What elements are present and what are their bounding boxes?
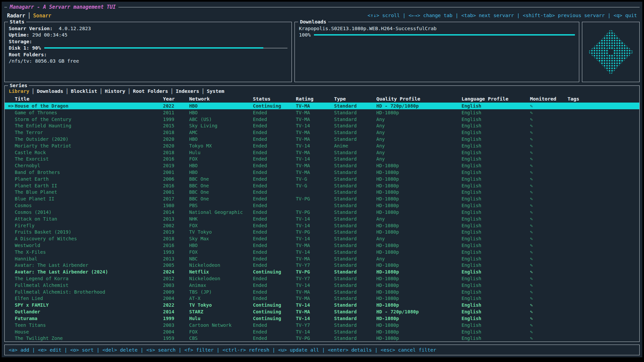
table-row[interactable]: Chernobyl2019HBOEndedTV-MAStandardHD-108… <box>5 162 639 169</box>
table-row[interactable]: A Discovery of Witches2018Sky MaxEndedTV… <box>5 235 639 242</box>
series-year: 2022 <box>163 103 189 109</box>
series-type: Standard <box>334 296 376 301</box>
table-row[interactable]: Westworld2016HBOEndedTV-MAStandardHD-108… <box>5 242 639 249</box>
column-header-status[interactable]: Status <box>253 96 296 102</box>
table-row[interactable]: Cosmos1980PBSEndedStandardHD-1080pEnglis… <box>5 202 639 209</box>
series-status: Continuing <box>253 316 296 321</box>
terminal-window: Managarr - A Servarr management TUI Rada… <box>2 2 642 357</box>
column-header-monitored[interactable]: Monitored <box>530 96 568 102</box>
column-header-language-profile[interactable]: Language Profile <box>462 96 530 102</box>
table-row[interactable]: The Twilight Zone1959CBSEndedTV-PGStanda… <box>5 335 639 342</box>
table-row[interactable]: The Legend of Korra2012NickelodeonEndedT… <box>5 275 639 282</box>
tab-radarr[interactable]: Radarr <box>7 13 25 19</box>
series-status: Ended <box>253 183 296 188</box>
title-rule <box>118 7 640 7</box>
table-row[interactable]: Band of Brothers2001HBOEndedTV-MAStandar… <box>5 169 639 176</box>
column-header-tags[interactable]: Tags <box>568 96 639 102</box>
servarr-tabs-row: Radarr│Sonarr <↑↓> scroll | <←→> change … <box>4 11 640 20</box>
monitored-icon: ✎ <box>530 276 568 281</box>
tab-blocklist[interactable]: Blocklist <box>71 88 97 94</box>
series-title: Firefly <box>15 223 163 228</box>
table-row[interactable]: The Enfield Haunting2015Sky LivingEndedT… <box>5 122 639 129</box>
series-type: Standard <box>334 256 376 261</box>
tab-indexers[interactable]: Indexers <box>176 88 199 94</box>
series-quality-profile: HD - 720p/1080p <box>376 103 462 109</box>
series-status: Ended <box>253 243 296 248</box>
table-row[interactable]: Cosmos (2014)2014National GeographicEnde… <box>5 209 639 216</box>
table-row[interactable]: =>House of the Dragon2022HBOContinuingTV… <box>5 103 639 109</box>
table-row[interactable]: Avatar: The Last Airbender (2024)2024Net… <box>5 268 639 275</box>
table-row[interactable]: The Exorcist2016FOXEndedTV-14StandardAny… <box>5 156 639 163</box>
table-row[interactable]: Fruits Basket (2019)2019TV TokyoEndedTV-… <box>5 229 639 235</box>
tab-system[interactable]: System <box>207 88 224 94</box>
series-rating: TV-PG <box>296 196 334 201</box>
series-rating: TV-14 <box>296 329 334 335</box>
column-header-quality-profile[interactable]: Quality Profile <box>376 96 462 102</box>
table-row[interactable]: The X-Files1993FOXEndedTV-14StandardHD-1… <box>5 249 639 255</box>
series-year: 2018 <box>163 130 189 135</box>
column-header-year[interactable]: Year <box>163 96 189 102</box>
series-title: Cosmos (2014) <box>15 209 163 215</box>
series-quality-profile: Any <box>376 156 462 162</box>
tab-downloads[interactable]: Downloads <box>37 88 63 94</box>
column-header-type[interactable]: Type <box>334 96 376 102</box>
series-year: 2014 <box>163 309 189 314</box>
series-year: 2024 <box>163 269 189 275</box>
series-type: Standard <box>334 156 376 162</box>
table-row[interactable]: Fullmetal Alchemist: Brotherhood2009TBS … <box>5 289 639 295</box>
table-row[interactable]: House2004FOXEndedTV-14StandardHD-1080pEn… <box>5 328 639 335</box>
table-header: TitleYearNetworkStatusRatingTypeQuality … <box>5 95 639 103</box>
series-year: 2011 <box>163 110 189 115</box>
series-status: Ended <box>253 123 296 128</box>
tab-root-folders[interactable]: Root Folders <box>133 88 168 94</box>
monitored-icon: ✎ <box>530 309 568 314</box>
table-row[interactable]: Avatar: The Last Airbender2005Nickelodeo… <box>5 262 639 269</box>
series-quality-profile: HD-1080p <box>376 203 462 208</box>
table-row[interactable]: The Terror2018AMCEndedTV-MAStandardAnyEn… <box>5 129 639 136</box>
table-row[interactable]: Hannibal2013NBCEndedTV-MAStandardAnyEngl… <box>5 255 639 262</box>
series-language-profile: English <box>462 163 530 168</box>
series-language-profile: English <box>462 243 530 248</box>
table-row[interactable]: Outlander2014STARZContinuingTV-MAStandar… <box>5 308 639 315</box>
monitored-icon: ✎ <box>530 262 568 268</box>
monitored-icon: ✎ <box>530 269 568 275</box>
table-row[interactable]: Futurama1999HuluContinuingTV-14StandardH… <box>5 315 639 322</box>
series-title: Blue Planet II <box>15 196 163 201</box>
tab-library[interactable]: Library <box>9 88 29 94</box>
monitored-icon: ✎ <box>530 296 568 301</box>
table-row[interactable]: The Outsider (2020)2020HBOEndedTV-MAStan… <box>5 136 639 142</box>
table-row[interactable]: Elfen Lied2004AT-XEndedTV-MAStandardHD-1… <box>5 295 639 302</box>
downloads-panel: Downloads Krapopolis.S02E13.1080p.WEB.H2… <box>294 22 579 82</box>
table-row[interactable]: Storm of the Century1999ABC (US)EndedTV-… <box>5 116 639 123</box>
series-status: Ended <box>253 209 296 215</box>
table-row[interactable]: Attack on Titan2013NHKEndedTV-14Standard… <box>5 216 639 222</box>
series-network: HBO <box>189 163 253 168</box>
series-title: Moriarty the Patriot <box>15 143 163 148</box>
series-network: FOX <box>189 329 253 335</box>
tab-sonarr[interactable]: Sonarr <box>33 13 51 19</box>
series-rating: TV-G <box>296 176 334 182</box>
title-rule-left <box>4 7 7 7</box>
table-row[interactable]: Game of Thrones2011HBOEndedTV-MAStandard… <box>5 109 639 116</box>
series-rating: TV-MA <box>296 150 334 155</box>
series-quality-profile: HD-1080p <box>376 276 462 281</box>
table-row[interactable]: Firefly2002FOXEndedTV-14StandardHD-1080p… <box>5 222 639 229</box>
table-row[interactable]: Planet Earth2006BBC OneEndedTV-GStandard… <box>5 176 639 182</box>
series-type: Standard <box>334 117 376 122</box>
column-header-rating[interactable]: Rating <box>296 96 334 102</box>
uptime-value: 29d 00:34:45 <box>32 32 67 38</box>
column-header-network[interactable]: Network <box>189 96 253 102</box>
table-row[interactable]: Teen Titans2003Cartoon NetworkEndedTV-Y7… <box>5 322 639 328</box>
series-network: AT-X <box>189 296 253 301</box>
table-row[interactable]: Planet Earth II2016BBC OneEndedTV-GStand… <box>5 182 639 189</box>
series-status: Ended <box>253 229 296 235</box>
table-row[interactable]: Blue Planet II2017BBC OneEndedTV-PGStand… <box>5 195 639 202</box>
table-row[interactable]: Moriarty the Patriot2020Tokyo MXEndedTV-… <box>5 142 639 149</box>
series-quality-profile: HD-1080p <box>376 243 462 248</box>
column-header-title[interactable]: Title <box>15 96 163 102</box>
table-row[interactable]: Fullmetal Alchemist2003AnimaxEndedTV-14S… <box>5 282 639 289</box>
table-row[interactable]: SPY x FAMILY2022TV TokyoContinuingTV-14S… <box>5 302 639 308</box>
table-row[interactable]: The Blue Planet2001BBC OneEndedStandardH… <box>5 189 639 196</box>
table-row[interactable]: Castle Rock2018HuluEndedTV-MAStandardAny… <box>5 149 639 156</box>
tab-history[interactable]: History <box>105 88 125 94</box>
